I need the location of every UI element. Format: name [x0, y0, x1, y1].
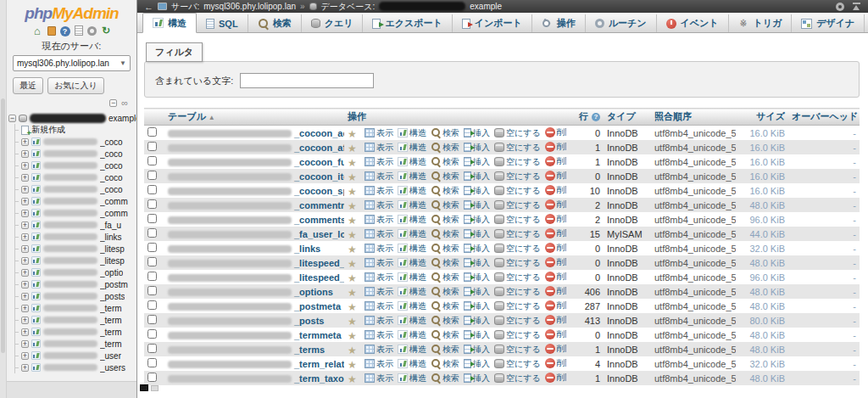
empty-action[interactable]: 空にする — [494, 127, 541, 139]
drop-action[interactable]: 削除 — [545, 155, 566, 167]
expand-icon[interactable]: + — [21, 233, 29, 241]
favorite-star-icon[interactable] — [348, 158, 359, 168]
expand-icon[interactable]: + — [21, 174, 29, 182]
browse-action[interactable]: 表示 — [364, 315, 393, 327]
reload-icon[interactable] — [101, 25, 112, 36]
table-name-link[interactable]: _cocoon_accesses — [294, 128, 344, 138]
cell-size[interactable]: 16.0 KiB — [736, 154, 788, 169]
expand-icon[interactable]: + — [21, 305, 29, 312]
nav-table-item[interactable]: +_comm — [15, 207, 136, 219]
collapse-all-icon[interactable] — [109, 99, 117, 107]
expand-icon[interactable]: + — [21, 210, 29, 217]
table-name-link[interactable]: _fa_user_logins — [294, 229, 344, 239]
favorite-star-icon[interactable] — [348, 143, 359, 154]
nav-table-item[interactable]: +_term — [15, 314, 136, 326]
structure-action[interactable]: 構造 — [398, 127, 426, 139]
nav-table-item[interactable]: +_coco — [15, 136, 136, 148]
search-action[interactable]: 検索 — [431, 214, 459, 226]
search-action[interactable]: 検索 — [431, 329, 459, 341]
favorite-star-icon[interactable] — [348, 187, 359, 197]
nav-table-item[interactable]: +_comm — [15, 195, 136, 207]
favorite-star-icon[interactable] — [348, 201, 359, 211]
empty-action[interactable]: 空にする — [494, 171, 541, 182]
table-name-link[interactable]: _term_taxonomy — [294, 373, 344, 384]
browse-action[interactable]: 表示 — [364, 300, 393, 312]
insert-action[interactable]: 挿入 — [464, 373, 490, 384]
browse-action[interactable]: 表示 — [364, 272, 393, 283]
drop-action[interactable]: 削除 — [545, 184, 566, 196]
favorite-star-icon[interactable] — [348, 360, 359, 370]
insert-action[interactable]: 挿入 — [464, 127, 490, 139]
row-checkbox[interactable] — [147, 214, 157, 223]
row-checkbox[interactable] — [147, 373, 157, 382]
expand-icon[interactable]: + — [21, 186, 29, 193]
nav-table-item[interactable]: +_litesp — [15, 255, 136, 266]
drop-action[interactable]: 削除 — [545, 328, 566, 340]
header-size[interactable]: サイズ — [736, 109, 788, 126]
table-name-link[interactable]: _posts — [294, 316, 324, 326]
console-toggle[interactable] — [140, 384, 159, 391]
table-name-link[interactable]: _comments — [294, 215, 344, 225]
structure-action[interactable]: 構造 — [398, 344, 426, 356]
empty-action[interactable]: 空にする — [494, 214, 541, 226]
search-action[interactable]: 検索 — [431, 315, 459, 327]
browse-action[interactable]: 表示 — [364, 257, 393, 269]
search-action[interactable]: 検索 — [431, 257, 459, 269]
nav-table-item[interactable]: +_fa_u — [15, 219, 136, 231]
tab-export[interactable]: エクスポート — [363, 14, 452, 32]
drop-action[interactable]: 削除 — [545, 242, 566, 254]
recent-button[interactable]: 最近 — [13, 77, 43, 94]
filter-input[interactable] — [240, 73, 374, 88]
search-action[interactable]: 検索 — [431, 272, 459, 283]
empty-action[interactable]: 空にする — [494, 329, 541, 341]
favorite-star-icon[interactable] — [348, 317, 359, 327]
insert-action[interactable]: 挿入 — [464, 344, 490, 356]
favorite-star-icon[interactable] — [348, 374, 359, 384]
phpmyadmin-logo[interactable]: phpMyAdmin — [7, 0, 136, 24]
cell-size[interactable]: 48.0 KiB — [736, 342, 788, 356]
cell-size[interactable]: 48.0 KiB — [736, 299, 788, 313]
drop-action[interactable]: 削除 — [545, 126, 566, 138]
docs-icon[interactable] — [75, 25, 83, 36]
search-action[interactable]: 検索 — [431, 127, 459, 139]
browse-action[interactable]: 表示 — [364, 373, 393, 384]
home-icon[interactable] — [32, 25, 43, 36]
table-name-link[interactable]: _terms — [294, 345, 325, 355]
browse-action[interactable]: 表示 — [364, 185, 393, 197]
link-panels-icon[interactable] — [121, 98, 128, 108]
browse-action[interactable]: 表示 — [364, 358, 393, 370]
favorite-star-icon[interactable] — [348, 129, 359, 139]
row-checkbox[interactable] — [147, 257, 157, 266]
row-checkbox[interactable] — [147, 243, 157, 252]
cell-size[interactable]: 16.0 KiB — [736, 183, 788, 198]
empty-action[interactable]: 空にする — [494, 142, 541, 154]
expand-icon[interactable]: + — [21, 293, 29, 300]
structure-action[interactable]: 構造 — [398, 156, 426, 168]
expand-icon[interactable]: + — [21, 352, 29, 360]
browse-action[interactable]: 表示 — [364, 199, 393, 211]
exit-icon[interactable] — [47, 26, 56, 36]
table-name-link[interactable]: _litespeed_url_file — [294, 272, 344, 283]
cell-size[interactable]: 80.0 KiB — [736, 313, 788, 328]
favorite-star-icon[interactable] — [348, 244, 359, 255]
empty-action[interactable]: 空にする — [494, 286, 541, 298]
structure-action[interactable]: 構造 — [398, 185, 426, 197]
row-checkbox[interactable] — [147, 329, 157, 339]
row-checkbox[interactable] — [147, 358, 157, 367]
empty-action[interactable]: 空にする — [494, 344, 541, 356]
cell-size[interactable]: 32.0 KiB — [736, 356, 788, 371]
drop-action[interactable]: 削除 — [545, 343, 566, 355]
row-checkbox[interactable] — [147, 315, 157, 324]
back-arrow-icon[interactable]: ← — [144, 2, 153, 12]
row-checkbox[interactable] — [147, 286, 157, 295]
table-name-link[interactable]: _cocoon_speech_balloons — [294, 186, 344, 196]
search-action[interactable]: 検索 — [431, 142, 459, 154]
row-checkbox[interactable] — [147, 228, 157, 238]
nav-table-item[interactable]: +_coco — [15, 183, 136, 195]
header-rows[interactable]: 行 — [566, 109, 604, 126]
page-settings-icon[interactable] — [836, 3, 844, 11]
search-action[interactable]: 検索 — [431, 373, 459, 384]
insert-action[interactable]: 挿入 — [464, 272, 490, 283]
tab-sql[interactable]: SQL — [197, 14, 248, 32]
expand-icon[interactable]: + — [21, 162, 29, 170]
